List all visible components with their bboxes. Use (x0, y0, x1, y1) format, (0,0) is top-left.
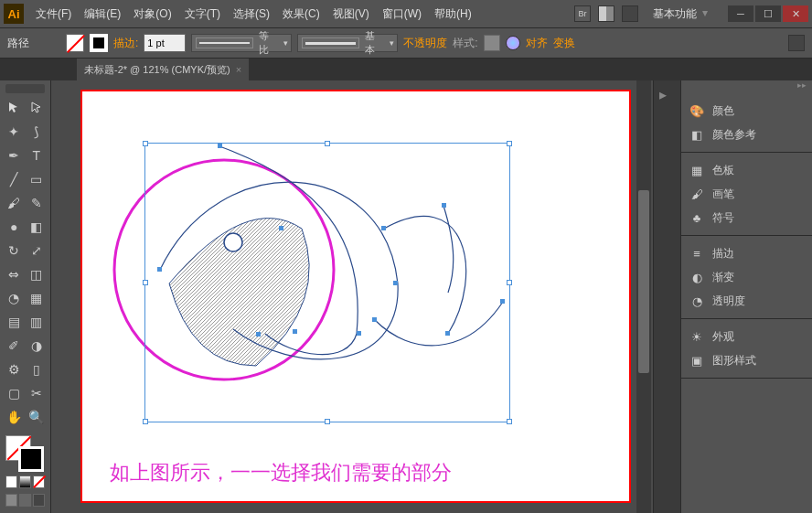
artboard: 如上图所示，一一选择我们需要的部分 (80, 90, 631, 503)
menu-help[interactable]: 帮助(H) (428, 6, 478, 22)
panel-transparency[interactable]: ◔透明度 (681, 289, 812, 313)
rotate-tool[interactable]: ↻ (4, 240, 25, 262)
main-area: ✦ ⟆ ✒ T ╱ ▭ 🖌 ✎ ● ◧ ↻ ⤢ ⇔ ◫ ◔ ▦ ▤ ▥ ✐ ◑ … (0, 80, 812, 513)
gradient-tool[interactable]: ▥ (27, 311, 48, 333)
symbol-sprayer-tool[interactable]: ⚙ (4, 358, 25, 380)
selection-bbox (144, 143, 510, 422)
rectangle-tool[interactable]: ▭ (27, 168, 48, 190)
blend-tool[interactable]: ◑ (27, 335, 48, 357)
document-tab[interactable]: 未标题-2* @ 121% (CMYK/预览) × (77, 59, 249, 80)
menu-select[interactable]: 选择(S) (227, 6, 276, 22)
app-logo: Ai (4, 4, 24, 24)
none-mode-btn[interactable] (33, 476, 45, 488)
color-mode-btn[interactable] (5, 476, 17, 488)
panels: ▸▸ 🎨颜色 ◧颜色参考 ▦色板 🖌画笔 ♣符号 ≡描边 ◐渐变 ◔透明度 ☀外… (680, 80, 812, 513)
guide-icon: ◧ (689, 126, 705, 143)
vertical-scrollbar[interactable] (636, 80, 651, 513)
draw-normal-btn[interactable] (5, 494, 17, 507)
menu-view[interactable]: 视图(V) (326, 6, 376, 22)
panel-symbols[interactable]: ♣符号 (681, 206, 812, 230)
panel-stroke[interactable]: ≡描边 (681, 241, 812, 265)
pencil-tool[interactable]: ✎ (27, 192, 48, 214)
maximize-button[interactable]: ☐ (755, 5, 781, 22)
menu-effect[interactable]: 效果(C) (276, 6, 326, 22)
panel-gradient[interactable]: ◐渐变 (681, 265, 812, 289)
slice-tool[interactable]: ✂ (27, 382, 48, 404)
paintbrush-tool[interactable]: 🖌 (4, 192, 25, 214)
selection-tool[interactable] (4, 97, 25, 119)
recolor-icon[interactable] (506, 36, 520, 50)
palette-icon: 🎨 (689, 102, 705, 119)
mesh-tool[interactable]: ▤ (4, 311, 25, 333)
eraser-tool[interactable]: ◧ (27, 216, 48, 238)
stroke-icon: ≡ (689, 245, 705, 262)
gradient-mode-btn[interactable] (19, 476, 31, 488)
width-tool[interactable]: ⇔ (4, 263, 25, 285)
menu-type[interactable]: 文字(T) (178, 6, 227, 22)
align-label[interactable]: 对齐 (526, 36, 548, 51)
fill-swatch[interactable] (66, 34, 84, 52)
hand-tool[interactable]: ✋ (4, 406, 25, 428)
direct-selection-tool[interactable] (27, 97, 48, 119)
stroke-weight-input[interactable] (144, 34, 186, 52)
opacity-label[interactable]: 不透明度 (403, 36, 447, 51)
panel-menu-icon[interactable] (788, 35, 805, 51)
brush-select[interactable]: 基本 (297, 34, 398, 52)
minimize-button[interactable]: ─ (728, 5, 753, 22)
toolbox-grip[interactable] (5, 84, 45, 93)
perspective-tool[interactable]: ▦ (27, 287, 48, 309)
appearance-icon: ☀ (689, 328, 705, 345)
menu-file[interactable]: 文件(F) (29, 6, 78, 22)
panel-color[interactable]: 🎨颜色 (681, 99, 812, 123)
collapse-panels-icon[interactable]: ▸ (659, 86, 676, 102)
symbol-icon: ♣ (689, 209, 705, 226)
blob-brush-tool[interactable]: ● (4, 216, 25, 238)
stroke-color-swatch[interactable] (18, 446, 44, 472)
profile-select[interactable]: 等比 (191, 34, 292, 52)
shape-builder-tool[interactable]: ◔ (4, 287, 25, 309)
eyedropper-tool[interactable]: ✐ (4, 335, 25, 357)
free-transform-tool[interactable]: ◫ (27, 263, 48, 285)
panel-graphic-styles[interactable]: ▣图形样式 (681, 348, 812, 372)
magic-wand-tool[interactable]: ✦ (4, 121, 25, 143)
workspace-switcher[interactable]: 基本功能 (646, 5, 711, 24)
brush-icon: 🖌 (689, 186, 705, 202)
pen-tool[interactable]: ✒ (4, 144, 25, 166)
artboard-tool[interactable]: ▢ (4, 382, 25, 404)
panel-collapse-icon[interactable]: ▸▸ (797, 80, 807, 93)
document-tabs: 未标题-2* @ 121% (CMYK/预览) × (0, 59, 812, 80)
panel-brushes[interactable]: 🖌画笔 (681, 182, 812, 206)
search-icon[interactable] (622, 5, 638, 22)
arrange-icon[interactable] (598, 5, 614, 22)
scale-tool[interactable]: ⤢ (27, 240, 48, 262)
panel-swatches[interactable]: ▦色板 (681, 158, 812, 182)
swatches-icon: ▦ (689, 162, 705, 178)
draw-behind-btn[interactable] (19, 494, 31, 507)
menu-object[interactable]: 对象(O) (127, 6, 177, 22)
close-button[interactable]: ✕ (783, 5, 808, 22)
color-controls (2, 435, 48, 472)
lasso-tool[interactable]: ⟆ (27, 121, 48, 143)
stroke-label[interactable]: 描边: (113, 36, 138, 51)
menu-window[interactable]: 窗口(W) (376, 6, 428, 22)
style-swatch[interactable] (484, 35, 500, 51)
canvas[interactable]: 如上图所示，一一选择我们需要的部分 (51, 80, 653, 513)
column-graph-tool[interactable]: ▯ (27, 358, 48, 380)
instruction-caption: 如上图所示，一一选择我们需要的部分 (110, 459, 452, 486)
zoom-tool[interactable]: 🔍 (27, 406, 48, 428)
style-label: 样式: (453, 36, 477, 51)
selection-type-label: 路径 (7, 36, 29, 51)
draw-inside-btn[interactable] (33, 494, 45, 507)
line-tool[interactable]: ╱ (4, 168, 25, 190)
type-tool[interactable]: T (27, 144, 48, 166)
menu-edit[interactable]: 编辑(E) (78, 6, 127, 22)
stroke-swatch[interactable] (90, 34, 108, 52)
transparency-icon: ◔ (689, 293, 705, 309)
panel-color-guide[interactable]: ◧颜色参考 (681, 123, 812, 146)
graphic-style-icon: ▣ (689, 352, 705, 369)
tab-close-icon[interactable]: × (236, 64, 241, 75)
transform-label[interactable]: 变换 (553, 36, 575, 51)
panel-appearance[interactable]: ☀外观 (681, 325, 812, 348)
control-bar: 路径 描边: 等比 基本 不透明度 样式: 对齐 变换 (0, 27, 812, 59)
bridge-icon[interactable]: Br (574, 5, 591, 22)
